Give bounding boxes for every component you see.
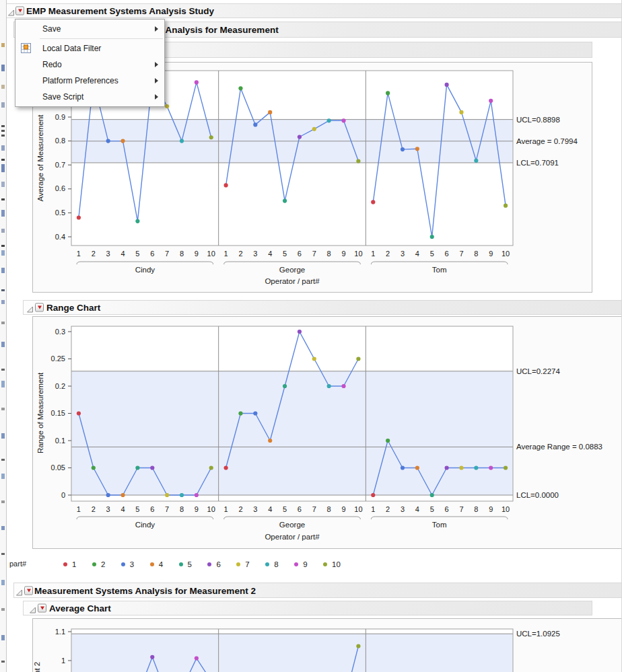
menu-item-label: Save (42, 24, 61, 34)
data-point (209, 465, 213, 470)
x-tick-label: 6 (298, 505, 302, 513)
data-point (238, 411, 242, 415)
y-tick-label: 0.2 (55, 382, 65, 390)
data-point (371, 200, 375, 204)
data-point (180, 139, 184, 143)
data-point (459, 465, 463, 470)
group-bracket (224, 517, 361, 519)
x-tick-label: 3 (253, 505, 257, 513)
x-tick-label: 5 (283, 505, 287, 513)
x-tick-label: 10 (207, 505, 215, 513)
data-point (283, 199, 287, 203)
jmp-report-window: EMP Measurement Systems Analysis Study M… (0, 0, 622, 672)
menu-item-save[interactable]: Save (15, 21, 164, 37)
red-triangle-dropdown-menu: Save Local Data Filter Redo Platform Pre… (15, 19, 165, 107)
menu-separator (40, 38, 163, 39)
y-tick-label: 0 (61, 491, 65, 499)
x-axis-label: Operator / part# (265, 533, 320, 541)
chart-1-range-chart: 00.050.10.150.20.250.312345678910Cindy12… (36, 326, 602, 541)
menu-item-redo[interactable]: Redo (15, 57, 164, 73)
data-point (504, 465, 508, 470)
operator-label: George (279, 521, 305, 529)
data-point (283, 384, 287, 388)
operator-label: Tom (432, 266, 447, 274)
menu-item-local-data-filter[interactable]: Local Data Filter (15, 40, 164, 57)
x-tick-label: 2 (92, 250, 96, 258)
data-point (474, 159, 478, 163)
x-tick-label: 5 (283, 250, 287, 258)
x-tick-label: 5 (135, 505, 139, 513)
x-tick-label: 6 (445, 505, 449, 513)
operator-label: Tom (432, 521, 447, 529)
lcl-label: LCL=0.0000 (516, 491, 559, 499)
group-bracket (224, 262, 361, 264)
x-tick-label: 1 (224, 505, 228, 513)
submenu-arrow-icon (155, 78, 158, 83)
y-tick-label: 0.25 (51, 354, 65, 363)
data-point (238, 86, 242, 90)
data-point (195, 656, 199, 660)
operator-label: Cindy (135, 521, 156, 529)
data-point (356, 159, 360, 163)
group-bracket (371, 517, 508, 519)
y-tick-label: 0.6 (55, 184, 65, 192)
y-tick-label: 0.15 (51, 409, 65, 417)
x-tick-label: 1 (371, 505, 375, 513)
y-tick-label: 1 (61, 657, 65, 665)
menu-item-save-script[interactable]: Save Script (15, 89, 164, 105)
data-point (150, 465, 154, 470)
data-point (341, 118, 345, 122)
data-point (180, 493, 184, 497)
y-axis-label: Average of Measurement (36, 114, 44, 202)
x-tick-label: 5 (430, 505, 434, 513)
x-tick-label: 4 (415, 505, 419, 513)
data-point (474, 465, 478, 470)
data-point (195, 493, 199, 497)
data-point (224, 465, 228, 470)
data-point (327, 118, 331, 122)
data-point (77, 215, 81, 219)
y-axis-label: Average of Measurement 2 (33, 662, 41, 672)
data-point (165, 493, 169, 497)
y-tick-label: 0.7 (55, 161, 65, 169)
y-axis-label: Range of Measurement (36, 372, 44, 453)
data-point (401, 465, 405, 470)
data-point (415, 465, 419, 470)
x-tick-label: 3 (253, 250, 257, 258)
x-tick-label: 8 (474, 505, 478, 513)
data-point (489, 465, 493, 470)
ucl-label: UCL=0.8898 (516, 116, 560, 124)
center-label: Average = 0.7994 (516, 137, 578, 145)
data-point (386, 91, 390, 95)
x-tick-label: 2 (386, 505, 390, 513)
x-axis-label: Operator / part# (265, 277, 320, 285)
x-tick-label: 4 (120, 250, 125, 258)
x-tick-label: 3 (106, 250, 110, 258)
x-tick-label: 10 (354, 250, 362, 258)
lcl-label: LCL=0.7091 (516, 159, 559, 167)
data-point (135, 219, 139, 223)
ucl-label: UCL=1.0925 (516, 630, 560, 638)
menu-item-platform-preferences[interactable]: Platform Preferences (15, 73, 164, 89)
menu-item-label: Platform Preferences (42, 76, 118, 85)
data-point (106, 493, 110, 497)
x-tick-label: 3 (401, 250, 405, 258)
x-tick-label: 10 (502, 505, 510, 513)
menu-item-label: Local Data Filter (42, 44, 101, 53)
chart-2-average-chart: 11.1Average of Measurement 2UCL=1.0925 (33, 628, 560, 672)
menu-item-label: Save Script (42, 92, 83, 102)
x-tick-label: 1 (371, 250, 375, 258)
data-point (341, 384, 345, 388)
data-point (224, 183, 228, 187)
x-tick-label: 2 (386, 250, 390, 258)
submenu-arrow-icon (155, 26, 158, 32)
x-tick-label: 7 (312, 505, 316, 513)
x-tick-label: 1 (77, 250, 81, 258)
data-point (459, 110, 463, 114)
x-tick-label: 1 (77, 505, 81, 513)
data-point (77, 411, 81, 415)
y-tick-label: 0.1 (55, 437, 65, 445)
data-point (135, 465, 139, 470)
data-point (445, 83, 449, 87)
x-tick-label: 1 (224, 250, 228, 258)
